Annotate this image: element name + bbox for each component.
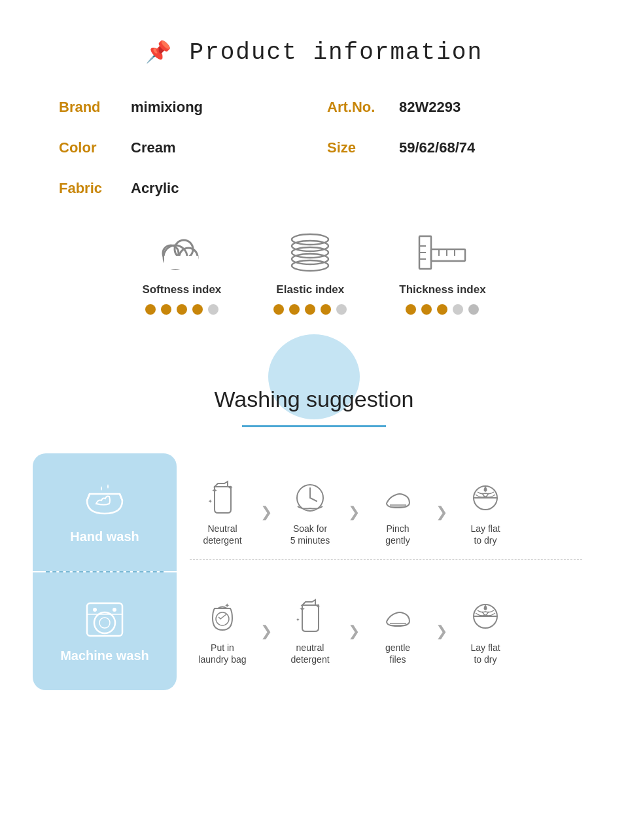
step-neutral-detergent-machine-label: neutraldetergent	[290, 642, 329, 665]
svg-point-8	[292, 247, 328, 258]
machine-wash-icon	[82, 600, 128, 642]
thickness-index-item: Thickness index	[399, 230, 485, 315]
lay-flat-machine-icon	[466, 597, 505, 637]
softness-dots	[145, 304, 218, 315]
gentle-icon	[378, 597, 417, 637]
hand-wash-card: Hand wash	[33, 453, 177, 571]
dot	[437, 304, 447, 315]
dot	[177, 304, 187, 315]
step-lay-flat-hand-label: Lay flatto dry	[470, 523, 500, 546]
index-section: Softness index Elastic index	[0, 230, 628, 315]
dot	[192, 304, 203, 315]
size-value: 59/62/68/74	[399, 139, 475, 156]
title-text: Product information	[190, 39, 483, 66]
arrow-icon: ❯	[348, 504, 360, 521]
arrow-icon: ❯	[348, 623, 360, 640]
step-lay-flat-machine-label: Lay flatto dry	[470, 642, 500, 665]
svg-point-6	[292, 234, 328, 245]
pin-icon: 📌	[145, 41, 173, 65]
hand-wash-icon	[82, 481, 128, 523]
softness-label: Softness index	[142, 283, 221, 296]
color-value: Cream	[131, 139, 301, 156]
pinch-icon	[378, 478, 417, 517]
svg-text:✦: ✦	[211, 486, 218, 495]
washing-section: Washing suggestion	[0, 354, 628, 690]
svg-rect-12	[431, 249, 465, 261]
hand-wash-steps-row: ✦ ✦ ✦ Neutraldetergent ❯	[190, 465, 582, 560]
dot	[289, 304, 300, 315]
dot	[468, 304, 479, 315]
arrow-icon: ❯	[436, 504, 447, 521]
thickness-icon	[413, 230, 472, 275]
step-laundry-bag-label: Put inlaundry bag	[198, 642, 246, 665]
washing-underline	[242, 425, 386, 427]
svg-point-33	[216, 612, 229, 625]
step-soak-label: Soak for5 minutes	[290, 523, 330, 546]
brand-value: mimixiong	[131, 99, 301, 116]
svg-text:✦: ✦	[315, 603, 321, 610]
color-label: Color	[59, 139, 131, 156]
color-row: Color Cream Size 59/62/68/74	[59, 139, 569, 156]
arrow-icon: ❯	[436, 623, 447, 640]
wash-steps: ✦ ✦ ✦ Neutraldetergent ❯	[177, 453, 595, 690]
svg-point-10	[292, 260, 328, 271]
thickness-dots	[406, 304, 479, 315]
fabric-label: Fabric	[59, 180, 131, 197]
elastic-index-item: Elastic index	[273, 230, 347, 315]
brand-label: Brand	[59, 99, 131, 116]
svg-point-21	[99, 618, 110, 628]
wash-left-cards: Hand wash Machine wa	[33, 453, 177, 690]
brand-row: Brand mimixiong Art.No. 82W2293	[59, 99, 569, 116]
dot	[305, 304, 315, 315]
machine-wash-label: Machine wash	[60, 648, 149, 663]
elastic-dots	[273, 304, 347, 315]
dot	[453, 304, 463, 315]
dot	[145, 304, 156, 315]
svg-text:✦: ✦	[224, 602, 230, 609]
washing-title: Washing suggestion	[0, 354, 628, 425]
fabric-value: Acrylic	[131, 180, 301, 197]
svg-text:✦: ✦	[208, 499, 213, 504]
soak-icon	[290, 478, 330, 517]
svg-point-20	[94, 612, 115, 633]
dot	[421, 304, 432, 315]
step-laundry-bag: ✦ Put inlaundry bag	[190, 597, 255, 665]
step-pinch-label: Pinchgently	[385, 523, 410, 546]
dot	[321, 304, 331, 315]
hand-wash-label: Hand wash	[70, 529, 139, 544]
svg-rect-19	[87, 603, 122, 636]
arrow-icon: ❯	[260, 504, 272, 521]
page-title: 📌 Product information	[0, 39, 628, 66]
dot	[406, 304, 416, 315]
dot	[208, 304, 218, 315]
step-lay-flat-machine: Lay flatto dry	[453, 597, 518, 665]
step-neutral-detergent: ✦ ✦ ✦ Neutraldetergent	[190, 478, 255, 546]
elastic-icon	[281, 230, 340, 275]
elastic-label: Elastic index	[276, 283, 344, 296]
artno-label: Art.No.	[327, 99, 399, 116]
dot	[273, 304, 284, 315]
step-pinch: Pinchgently	[365, 478, 430, 546]
step-soak: Soak for5 minutes	[277, 478, 343, 546]
machine-wash-steps-row: ✦ Put inlaundry bag ❯ ✦ ✦ ✦	[190, 584, 582, 678]
softness-index-item: Softness index	[142, 230, 221, 315]
dot	[161, 304, 171, 315]
laundry-bag-icon: ✦	[203, 597, 242, 637]
lay-flat-hand-icon	[466, 478, 505, 517]
arrow-icon: ❯	[260, 623, 272, 640]
svg-point-22	[93, 608, 97, 612]
step-gentle: gentlefiles	[365, 597, 430, 665]
svg-point-9	[292, 254, 328, 264]
product-info-section: Brand mimixiong Art.No. 82W2293 Color Cr…	[59, 99, 569, 197]
svg-point-23	[113, 608, 116, 612]
svg-text:✦: ✦	[296, 617, 300, 623]
neutral-detergent-icon: ✦ ✦ ✦	[203, 478, 242, 517]
step-lay-flat-hand: Lay flatto dry	[453, 478, 518, 546]
fabric-row: Fabric Acrylic	[59, 180, 569, 197]
thickness-label: Thickness index	[399, 283, 485, 296]
wash-container: Hand wash Machine wa	[33, 453, 595, 690]
step-neutral-detergent-machine: ✦ ✦ ✦ neutraldetergent	[277, 597, 343, 665]
svg-text:✦: ✦	[228, 484, 233, 491]
step-neutral-detergent-label: Neutraldetergent	[203, 523, 241, 546]
machine-wash-card: Machine wash	[33, 572, 177, 690]
